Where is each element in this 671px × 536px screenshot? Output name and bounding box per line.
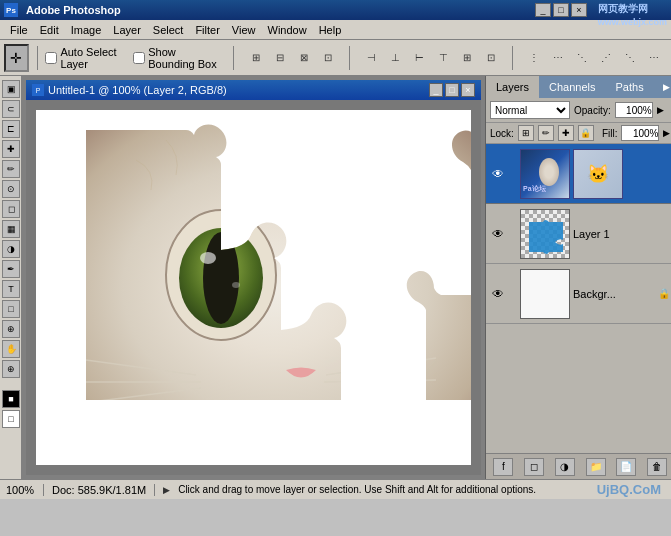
menu-view[interactable]: View [226, 22, 262, 38]
align-icon-4[interactable]: ⊤ [432, 47, 454, 69]
background-eye-icon[interactable]: 👁 [490, 286, 506, 302]
canvas-close-button[interactable]: × [461, 83, 475, 97]
background-lock-icon: 🔒 [658, 288, 670, 299]
minimize-button[interactable]: _ [535, 3, 551, 17]
toolbar: ✛ Auto Select Layer Show Bounding Box ⊞ … [0, 40, 671, 76]
close-button[interactable]: × [571, 3, 587, 17]
fill-input[interactable] [621, 125, 659, 141]
canvas-window-buttons[interactable]: _ □ × [429, 83, 475, 97]
layer-mask-button[interactable]: ◻ [524, 458, 544, 476]
foreground-color[interactable]: ■ [2, 390, 20, 408]
distribute-icon-6[interactable]: ⋯ [643, 47, 665, 69]
transform-icon-1[interactable]: ⊞ [245, 47, 267, 69]
canvas-restore-button[interactable]: □ [445, 83, 459, 97]
distribute-icon-5[interactable]: ⋱ [619, 47, 641, 69]
transform-icon-3[interactable]: ⊠ [293, 47, 315, 69]
canvas-title: Untitled-1 @ 100% (Layer 2, RGB/8) [48, 84, 227, 96]
tool-gradient[interactable]: ▦ [2, 220, 20, 238]
distribute-icon-1[interactable]: ⋮ [523, 47, 545, 69]
layer-style-button[interactable]: f [493, 458, 513, 476]
opacity-label: Opacity: [574, 105, 611, 116]
toolbar-separator2 [233, 46, 234, 70]
canvas-window: P Untitled-1 @ 100% (Layer 2, RGB/8) _ □… [22, 76, 485, 479]
distribute-icon-2[interactable]: ⋯ [547, 47, 569, 69]
canvas-frame[interactable] [36, 110, 471, 465]
canvas-minimize-button[interactable]: _ [429, 83, 443, 97]
opacity-arrow[interactable]: ▶ [657, 105, 664, 115]
align-icon-2[interactable]: ⊥ [384, 47, 406, 69]
tool-zoom[interactable]: ⊕ [2, 360, 20, 378]
tab-channels[interactable]: Channels [539, 76, 605, 98]
tool-heal[interactable]: ✚ [2, 140, 20, 158]
app-icon: Ps [4, 3, 18, 17]
tool-marquee[interactable]: ▣ [2, 80, 20, 98]
tool-shape[interactable]: □ [2, 300, 20, 318]
layer-row-1[interactable]: 👁 Layer 1 [486, 204, 671, 264]
tool-dodge[interactable]: ◑ [2, 240, 20, 258]
watermark-bottom: UjBQ.CoM [597, 482, 661, 497]
transform-icon-2[interactable]: ⊟ [269, 47, 291, 69]
tool-crop[interactable]: ⊏ [2, 120, 20, 138]
menu-filter[interactable]: Filter [189, 22, 225, 38]
tool-brush[interactable]: ✏ [2, 160, 20, 178]
align-icon-1[interactable]: ⊣ [360, 47, 382, 69]
distribute-icon-3[interactable]: ⋱ [571, 47, 593, 69]
layer-new-button[interactable]: 📄 [616, 458, 636, 476]
tool-spacer [2, 380, 19, 388]
layer-group-button[interactable]: 📁 [586, 458, 606, 476]
menu-select[interactable]: Select [147, 22, 190, 38]
tool-3d[interactable]: ⊕ [2, 320, 20, 338]
distribute-icons: ⋮ ⋯ ⋱ ⋰ ⋱ ⋯ [521, 45, 667, 71]
maximize-button[interactable]: □ [553, 3, 569, 17]
tool-lasso[interactable]: ⊂ [2, 100, 20, 118]
layer-adjustment-button[interactable]: ◑ [555, 458, 575, 476]
lock-position-button[interactable]: ✚ [558, 125, 574, 141]
transform-icons: ⊞ ⊟ ⊠ ⊡ [243, 45, 341, 71]
lock-all-button[interactable]: 🔒 [578, 125, 594, 141]
tool-eraser[interactable]: ◻ [2, 200, 20, 218]
tab-paths[interactable]: Paths [606, 76, 654, 98]
puzzle-thumb-svg [521, 210, 570, 259]
layer-delete-button[interactable]: 🗑 [647, 458, 667, 476]
lock-transparent-button[interactable]: ⊞ [518, 125, 534, 141]
background-color[interactable]: □ [2, 410, 20, 428]
show-bounding-checkbox[interactable] [133, 52, 145, 64]
thumb-cat-face [539, 158, 559, 186]
auto-select-text: Auto Select Layer [60, 46, 125, 70]
transform-icon-4[interactable]: ⊡ [317, 47, 339, 69]
menu-help[interactable]: Help [313, 22, 348, 38]
thumb-layer2-icon: 🐱 [574, 150, 622, 198]
blend-mode-select[interactable]: Normal [490, 101, 570, 119]
fill-arrow[interactable]: ▶ [663, 128, 670, 138]
menu-layer[interactable]: Layer [107, 22, 147, 38]
tool-text[interactable]: T [2, 280, 20, 298]
lock-image-button[interactable]: ✏ [538, 125, 554, 141]
canvas-body [26, 100, 481, 475]
tool-hand[interactable]: ✋ [2, 340, 20, 358]
tool-stamp[interactable]: ⊙ [2, 180, 20, 198]
align-icon-6[interactable]: ⊡ [480, 47, 502, 69]
distribute-icon-4[interactable]: ⋰ [595, 47, 617, 69]
status-triangle-icon[interactable]: ▶ [163, 485, 170, 495]
menu-image[interactable]: Image [65, 22, 108, 38]
move-tool-button[interactable]: ✛ [4, 44, 29, 72]
tool-path[interactable]: ✒ [2, 260, 20, 278]
menu-window[interactable]: Window [262, 22, 313, 38]
menu-file[interactable]: File [4, 22, 34, 38]
layer-1-eye-icon[interactable]: 👁 [490, 226, 506, 242]
layer-2-eye-icon[interactable]: 👁 [490, 166, 506, 182]
layer-row-2[interactable]: 👁 Pa论坛 🐱 [486, 144, 671, 204]
canvas-ps-icon: P [32, 84, 44, 96]
menu-edit[interactable]: Edit [34, 22, 65, 38]
tab-layers[interactable]: Layers [486, 76, 539, 98]
align-icon-3[interactable]: ⊢ [408, 47, 430, 69]
align-icon-5[interactable]: ⊞ [456, 47, 478, 69]
auto-select-checkbox[interactable] [45, 52, 57, 64]
auto-select-label[interactable]: Auto Select Layer [45, 46, 125, 70]
layer-row-background[interactable]: 👁 Backgr... 🔒 [486, 264, 671, 324]
opacity-input[interactable] [615, 102, 653, 118]
sep4 [512, 46, 513, 70]
title-bar-buttons[interactable]: _ □ × [535, 3, 587, 17]
show-bounding-label[interactable]: Show Bounding Box [133, 46, 222, 70]
layers-overflow-button[interactable]: ▶ [658, 76, 671, 98]
